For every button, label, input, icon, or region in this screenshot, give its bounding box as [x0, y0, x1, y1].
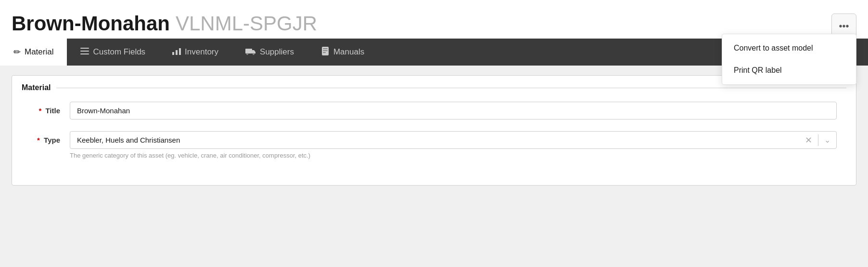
convert-to-asset-item[interactable]: Convert to asset model — [722, 37, 856, 59]
page-title-code: VLNML-SPGJR — [176, 12, 317, 35]
tab-custom-fields[interactable]: Custom Fields — [67, 39, 159, 66]
svg-rect-0 — [80, 48, 89, 49]
page-title: Brown-Monahan VLNML-SPGJR — [12, 12, 317, 35]
suppliers-icon — [245, 47, 256, 57]
tab-material[interactable]: ✏ Material — [0, 39, 67, 66]
main-content: Material * Title * Type — [0, 66, 868, 195]
header-actions: ••• Convert to asset model Print QR labe… — [831, 9, 856, 39]
title-required-marker: * — [38, 107, 41, 115]
print-qr-item[interactable]: Print QR label — [722, 59, 856, 81]
type-select-divider — [818, 134, 818, 146]
svg-rect-11 — [323, 50, 328, 51]
type-field: ✕ ⌄ The generic category of this asset (… — [70, 131, 837, 159]
type-select-actions: ✕ ⌄ — [803, 133, 836, 147]
svg-rect-12 — [323, 52, 326, 53]
title-field — [70, 102, 837, 120]
svg-rect-10 — [323, 48, 328, 49]
tab-manuals-label: Manuals — [333, 47, 364, 57]
dropdown-menu: Convert to asset model Print QR label — [722, 34, 856, 85]
type-label-text: Type — [44, 136, 60, 144]
type-label: * Type — [31, 131, 70, 144]
type-select-input[interactable] — [70, 132, 803, 148]
tab-suppliers[interactable]: Suppliers — [232, 39, 307, 66]
tab-inventory[interactable]: Inventory — [159, 39, 232, 66]
manuals-icon — [321, 47, 330, 58]
page-title-name: Brown-Monahan — [12, 12, 170, 35]
type-field-row: * Type ✕ ⌄ The generic category of — [31, 131, 837, 159]
inventory-icon — [172, 47, 181, 57]
svg-rect-2 — [80, 53, 89, 54]
type-required-marker: * — [37, 136, 40, 144]
type-chevron-icon[interactable]: ⌄ — [822, 134, 832, 147]
custom-fields-icon — [80, 47, 89, 57]
svg-rect-5 — [179, 48, 181, 55]
svg-rect-3 — [172, 52, 174, 55]
title-input[interactable] — [70, 102, 837, 120]
tab-material-label: Material — [25, 47, 53, 57]
type-select-wrapper: ✕ ⌄ — [70, 131, 837, 149]
title-label-text: Title — [45, 107, 60, 115]
type-clear-icon[interactable]: ✕ — [803, 133, 814, 147]
material-icon: ✏ — [13, 47, 21, 57]
tab-manuals[interactable]: Manuals — [307, 39, 378, 66]
tab-suppliers-label: Suppliers — [260, 47, 294, 57]
tab-inventory-label: Inventory — [185, 47, 218, 57]
form-body: * Title * Type — [12, 92, 856, 185]
page-header: Brown-Monahan VLNML-SPGJR ••• Convert to… — [0, 0, 868, 39]
svg-rect-1 — [80, 51, 89, 52]
material-section: Material * Title * Type — [12, 75, 856, 186]
title-label: * Title — [31, 102, 70, 115]
title-field-row: * Title — [31, 102, 837, 120]
type-field-hint: The generic category of this asset (eg. … — [70, 152, 837, 159]
more-dots-icon: ••• — [839, 21, 849, 32]
svg-rect-6 — [245, 49, 252, 53]
svg-point-8 — [253, 53, 255, 55]
svg-rect-4 — [176, 50, 178, 55]
svg-point-7 — [246, 53, 248, 55]
tab-custom-fields-label: Custom Fields — [93, 47, 145, 57]
